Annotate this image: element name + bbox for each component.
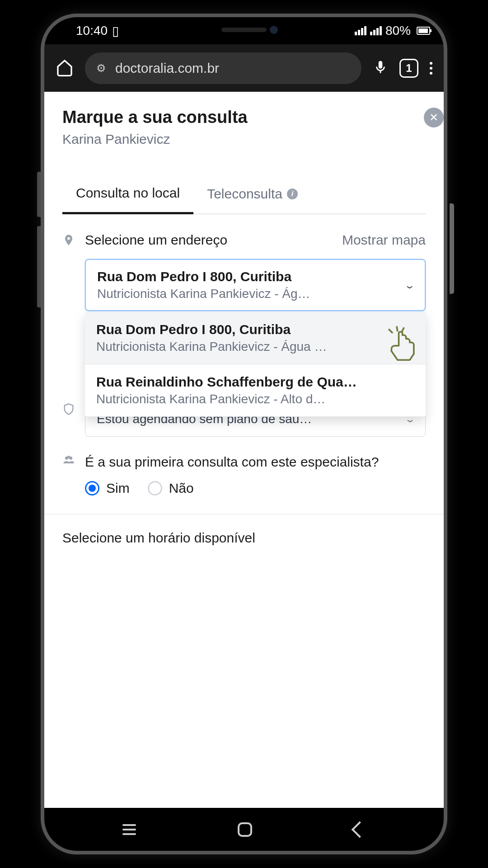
- home-icon[interactable]: [56, 58, 74, 78]
- notch: [172, 17, 316, 42]
- first-visit-question: É a sua primeira consulta com este espec…: [85, 453, 426, 472]
- appointment-tabs: Consulta no local Teleconsulta i: [62, 174, 426, 214]
- radio-unchecked-icon: [148, 481, 162, 495]
- svg-line-1: [389, 329, 393, 333]
- battery-percent: 80%: [385, 24, 411, 38]
- show-map-link[interactable]: Mostrar mapa: [342, 232, 426, 248]
- tab-local[interactable]: Consulta no local: [62, 174, 193, 214]
- close-button[interactable]: ✕: [424, 108, 444, 127]
- page-title: Marque a sua consulta: [62, 108, 426, 127]
- battery-icon: [417, 27, 430, 35]
- signal-icon-2: [370, 26, 382, 35]
- address-select[interactable]: Rua Dom Pedro I 800, Curitiba Nutricioni…: [85, 259, 426, 311]
- divider: [44, 514, 444, 514]
- site-settings-icon[interactable]: ⚙: [96, 62, 106, 75]
- first-visit-radio-group: Sim Não: [85, 481, 426, 496]
- radio-yes[interactable]: Sim: [85, 481, 130, 496]
- address-label: Selecione um endereço: [85, 232, 227, 248]
- nav-back-button[interactable]: [352, 821, 368, 838]
- phone-frame: 10:40 ▯ 80% ⚙ doctoralia.com.br 1 Marq: [41, 14, 447, 854]
- shield-icon: [62, 403, 75, 415]
- card-icon: ▯: [112, 24, 119, 38]
- signal-icon: [355, 26, 366, 35]
- svg-point-5: [67, 456, 70, 458]
- address-option-1[interactable]: Rua Reinaldinho Schaffenberg de Qua… Nut…: [85, 364, 426, 417]
- schedule-label: Selecione um horário disponível: [44, 530, 444, 546]
- page-content: Marque a sua consulta Karina Pankievicz …: [44, 92, 444, 808]
- status-time: 10:40: [76, 24, 108, 38]
- location-pin-icon: [62, 234, 75, 246]
- chevron-down-icon: ⌄: [404, 414, 416, 425]
- tab-teleconsulta[interactable]: Teleconsulta i: [193, 174, 311, 213]
- radio-checked-icon: [85, 481, 99, 495]
- svg-line-0: [397, 326, 398, 332]
- url-text: doctoralia.com.br: [115, 61, 219, 76]
- more-icon[interactable]: [430, 62, 432, 75]
- address-selected-line2: Nutricionista Karina Pankievicz - Ág…: [97, 287, 406, 301]
- pointer-cursor-icon: [380, 324, 421, 365]
- address-selected-line1: Rua Dom Pedro I 800, Curitiba: [97, 269, 406, 284]
- chevron-down-icon: ⌄: [404, 280, 416, 291]
- android-nav-bar: [44, 808, 444, 851]
- nav-home-button[interactable]: [238, 822, 252, 837]
- address-option-0[interactable]: Rua Dom Pedro I 800, Curitiba Nutricioni…: [85, 312, 426, 364]
- browser-toolbar: ⚙ doctoralia.com.br 1: [44, 44, 444, 92]
- page-subtitle: Karina Pankievicz: [62, 132, 426, 147]
- mic-icon[interactable]: [373, 60, 388, 77]
- people-icon: [62, 454, 75, 467]
- url-bar[interactable]: ⚙ doctoralia.com.br: [85, 52, 361, 84]
- info-icon[interactable]: i: [287, 189, 298, 199]
- tabs-button[interactable]: 1: [399, 59, 418, 78]
- close-icon: ✕: [429, 111, 438, 124]
- nav-recent-button[interactable]: [122, 824, 136, 835]
- radio-no[interactable]: Não: [148, 481, 194, 496]
- address-dropdown: Rua Dom Pedro I 800, Curitiba Nutricioni…: [85, 312, 426, 417]
